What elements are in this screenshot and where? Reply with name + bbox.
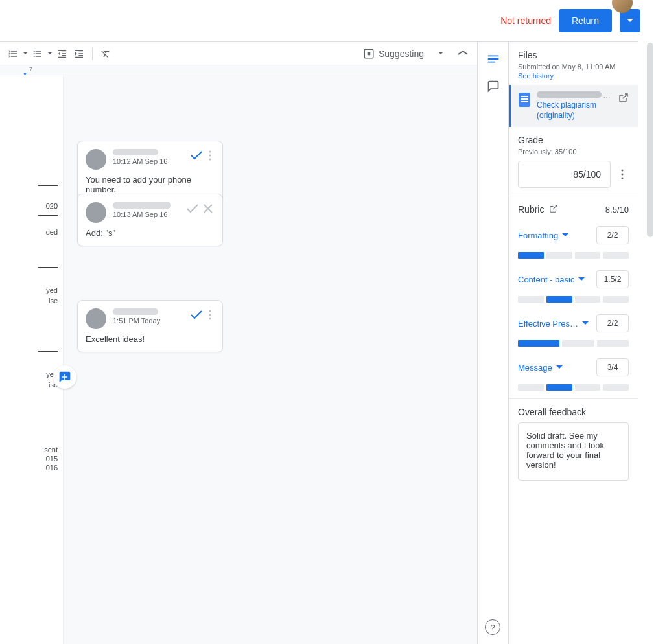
comment-timestamp: 10:12 AM Sep 16 (113, 157, 183, 165)
comment-menu-icon[interactable] (205, 149, 215, 162)
rubric-criterion: Formatting 2/2 (518, 226, 629, 259)
scrollbar[interactable] (646, 43, 655, 643)
editing-mode-dropdown[interactable]: Suggesting (358, 45, 449, 62)
grade-input[interactable]: 85/100 (518, 161, 611, 188)
svg-point-6 (209, 318, 211, 320)
document-page: 020 ded yed ise yed ise sent 015 016 (0, 75, 63, 644)
files-title: Files (518, 50, 629, 60)
criterion-score[interactable]: 2/2 (596, 314, 629, 332)
resolve-comment-icon[interactable] (190, 149, 203, 162)
criterion-toggle[interactable]: Content - basic (518, 275, 585, 284)
toolbar: Suggesting (0, 42, 477, 65)
side-rail (477, 41, 508, 644)
scrollbar-thumb[interactable] (647, 43, 653, 237)
criterion-score[interactable]: 3/4 (596, 358, 629, 376)
svg-point-7 (622, 170, 624, 172)
header-bar: Not returned Return (0, 0, 656, 41)
svg-point-9 (622, 178, 624, 179)
suggestion-text: Add: "s" (86, 228, 215, 238)
comment-text: Excellent ideas! (86, 334, 215, 344)
svg-point-8 (622, 174, 624, 176)
svg-point-3 (209, 159, 211, 161)
comment-text: You need to add your phone number. (86, 175, 215, 194)
add-comment-button[interactable] (53, 365, 76, 389)
comment-history-icon[interactable] (486, 78, 501, 94)
toolbar-separator (92, 47, 93, 60)
criterion-score[interactable]: 1.5/2 (596, 270, 629, 288)
feedback-title: Overall feedback (518, 407, 629, 417)
docs-file-icon (519, 93, 530, 107)
svg-point-5 (209, 314, 211, 316)
decrease-indent-icon[interactable] (54, 46, 70, 62)
svg-point-2 (209, 155, 211, 157)
svg-point-4 (209, 310, 211, 312)
numbered-list-icon[interactable] (5, 46, 21, 62)
check-plagiarism-link[interactable]: Check plagiarism (originality) (537, 100, 612, 121)
criterion-toggle[interactable]: Formatting (518, 231, 568, 240)
clear-formatting-icon[interactable] (98, 46, 113, 62)
svg-point-1 (209, 151, 211, 153)
comment-menu-icon[interactable] (205, 308, 215, 321)
grading-panel: Files Submitted on May 8, 11:09 AM See h… (508, 41, 638, 644)
numbered-list-dropdown[interactable] (22, 52, 29, 55)
rubric-open-icon[interactable] (549, 204, 559, 214)
submitted-file-row[interactable]: … Check plagiarism (originality) (509, 85, 638, 127)
file-name-redacted (537, 91, 602, 98)
comment-avatar (86, 202, 106, 223)
rubric-criterion: Effective Pres… 2/2 (518, 314, 629, 347)
rubric-title: Rubric (518, 204, 559, 214)
comment-avatar (86, 149, 106, 170)
criterion-toggle[interactable]: Message (518, 363, 563, 373)
criterion-levels[interactable] (518, 384, 629, 391)
comment-avatar (86, 308, 106, 329)
document-canvas[interactable]: 020 ded yed ise yed ise sent 015 016 10:… (0, 75, 477, 644)
bulleted-list-icon[interactable] (30, 46, 45, 62)
comment-timestamp: 1:51 PM Today (113, 317, 183, 325)
rubric-total: 8.5/10 (605, 205, 629, 214)
criterion-levels[interactable] (518, 252, 629, 259)
editing-mode-label: Suggesting (379, 49, 424, 59)
criterion-levels[interactable] (518, 340, 629, 347)
criterion-score[interactable]: 2/2 (596, 226, 629, 244)
bulleted-list-dropdown[interactable] (47, 52, 53, 55)
see-history-link[interactable]: See history (518, 72, 629, 80)
comment-author-redacted (113, 308, 158, 315)
reject-suggestion-icon[interactable] (202, 202, 215, 215)
return-status: Not returned (500, 16, 551, 26)
rubric-criterion: Content - basic 1.5/2 (518, 270, 629, 303)
help-icon[interactable]: ? (485, 619, 500, 635)
files-submitted: Submitted on May 8, 11:09 AM (518, 63, 629, 71)
return-button[interactable]: Return (559, 9, 612, 32)
hide-menus-icon[interactable] (454, 45, 472, 63)
grade-menu-icon[interactable] (616, 169, 629, 179)
ruler[interactable]: 7 ▾ (0, 65, 477, 75)
open-external-icon[interactable] (618, 93, 630, 104)
criterion-toggle[interactable]: Effective Pres… (518, 319, 589, 328)
feedback-textarea[interactable]: Solid draft. See my comments and I look … (518, 422, 629, 481)
grade-title: Grade (518, 135, 629, 145)
accept-suggestion-icon[interactable] (186, 202, 199, 215)
grading-panel-icon[interactable] (486, 51, 501, 67)
grade-previously: Previously: 35/100 (518, 148, 629, 155)
increase-indent-icon[interactable] (71, 46, 87, 62)
criterion-levels[interactable] (518, 296, 629, 303)
comment-timestamp: 10:13 AM Sep 16 (113, 211, 180, 218)
comment-author-redacted (113, 202, 171, 209)
editor-area: Suggesting 7 ▾ 020 ded yed ise yed ise s… (0, 41, 477, 644)
comment-card[interactable]: 1:51 PM Today Excellent ideas! (77, 300, 223, 352)
suggestion-card[interactable]: 10:13 AM Sep 16 Add: "s" (77, 194, 223, 246)
comment-author-redacted (113, 149, 158, 155)
ruler-mark: 7 (29, 66, 32, 73)
resolve-comment-icon[interactable] (190, 308, 203, 321)
rubric-criterion: Message 3/4 (518, 358, 629, 391)
